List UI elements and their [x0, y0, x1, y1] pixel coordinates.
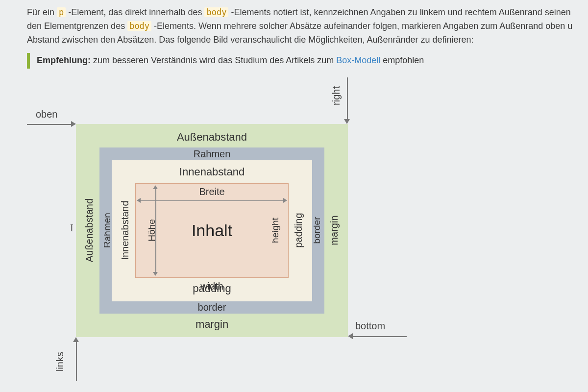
arrow-line: [353, 336, 407, 337]
label-padding-left: Innenabstand: [118, 200, 133, 260]
arrow-head-icon: [283, 198, 287, 203]
content-box: Breite Höhe height: [135, 183, 289, 278]
label-padding-top: Innenabstand: [179, 164, 245, 180]
text: -Elements notiert ist, kennzeichnen Anga…: [228, 7, 570, 17]
dimension-arrow-height: [155, 189, 156, 272]
code-p: p: [57, 7, 66, 17]
arrow-line: [76, 342, 77, 381]
recommendation-callout: Empfehlung: zum besseren Verständnis wir…: [27, 53, 588, 69]
label-border-bottom: border: [198, 300, 226, 315]
dimension-arrow-width: [140, 200, 284, 201]
arrow-head-icon: [153, 185, 158, 189]
label-margin-right: margin: [327, 215, 342, 245]
label-height-de: Höhe: [145, 219, 159, 241]
text: zum besseren Verständnis wird das Studiu…: [91, 55, 336, 65]
text: Für ein: [27, 7, 57, 17]
text: empfohlen: [380, 55, 424, 65]
arrow-head-icon: [73, 337, 79, 342]
text: -Elements. Wenn mehrere solcher Absätze …: [151, 21, 572, 31]
article-content: Für ein p -Element, das direkt innerhalb…: [0, 0, 588, 381]
label-margin-top: Außenabstand: [177, 129, 247, 146]
text: Abstand zwischen den Absätzen. Das folge…: [27, 35, 474, 45]
arrow-label-top: oben: [36, 107, 58, 122]
arrow-label-left: links: [52, 352, 68, 371]
arrow-line: [347, 77, 348, 119]
callout-label: Empfehlung:: [37, 55, 91, 65]
text: den Elementgrenzen des: [27, 21, 127, 31]
label-margin-bottom: margin: [196, 316, 228, 333]
code-body: body: [127, 21, 151, 31]
arrow-head-icon: [344, 119, 350, 124]
box-model-diagram: oben right bottom links I Außenabstand A…: [27, 77, 468, 381]
border-box: Rahmen Rahmen border border Innenabstand…: [99, 147, 324, 314]
label-content: Inhalt: [192, 220, 232, 241]
box-model-link[interactable]: Box-Modell: [336, 55, 380, 65]
arrow-label-bottom: bottom: [355, 318, 385, 334]
padding-box: Innenabstand Innenabstand padding paddin…: [112, 160, 312, 301]
label-padding-right: padding: [291, 213, 306, 247]
arrow-head-icon: [137, 198, 141, 203]
margin-box: Außenabstand Außenabstand margin margin …: [76, 124, 348, 337]
arrow-label-right: right: [329, 86, 344, 105]
label-width-en: width: [200, 280, 223, 292]
label-height-en: height: [268, 218, 282, 243]
box-model-boxes: Außenabstand Außenabstand margin margin …: [76, 124, 348, 337]
label-width-de: Breite: [199, 186, 224, 197]
arrow-head-icon: [71, 121, 76, 127]
arrow-head-icon: [153, 272, 158, 276]
text: -Element, das direkt innerhalb des: [66, 7, 204, 17]
label-margin-left: Außenabstand: [82, 198, 97, 262]
arrow-head-icon: [348, 333, 353, 339]
code-body: body: [204, 7, 228, 17]
arrow-line: [27, 124, 71, 125]
intro-paragraph: Für ein p -Element, das direkt innerhalb…: [27, 6, 588, 47]
text-cursor-icon: I: [70, 220, 74, 236]
